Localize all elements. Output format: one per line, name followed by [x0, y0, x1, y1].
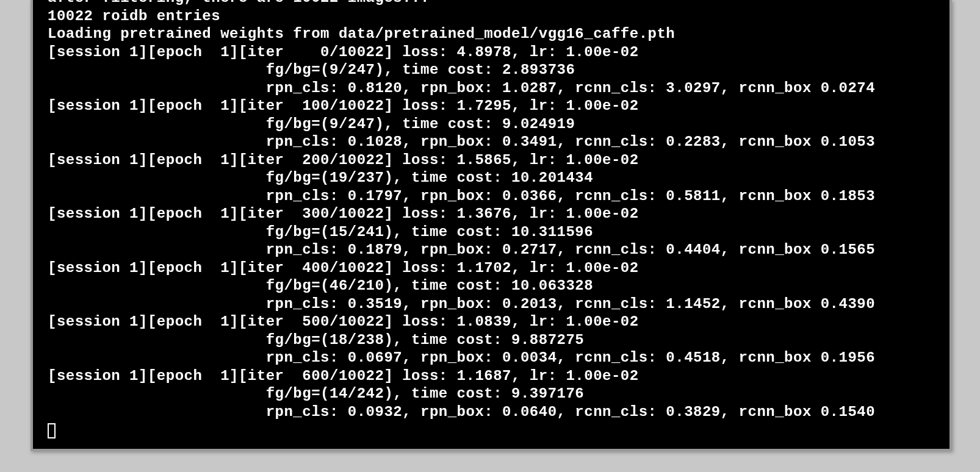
terminal-window[interactable]: after filtering, there are 10022 images.… [31, 0, 952, 451]
terminal-output: after filtering, there are 10022 images.… [33, 0, 949, 440]
log-filter-line: after filtering, there are 10022 images.… [48, 0, 430, 6]
log-roidb-line: 10022 roidb entries [48, 8, 220, 24]
log-loading-line: Loading pretrained weights from data/pre… [48, 26, 675, 42]
training-log: [session 1][epoch 1][iter 0/10022] loss:… [48, 44, 875, 420]
cursor-icon [48, 423, 56, 438]
